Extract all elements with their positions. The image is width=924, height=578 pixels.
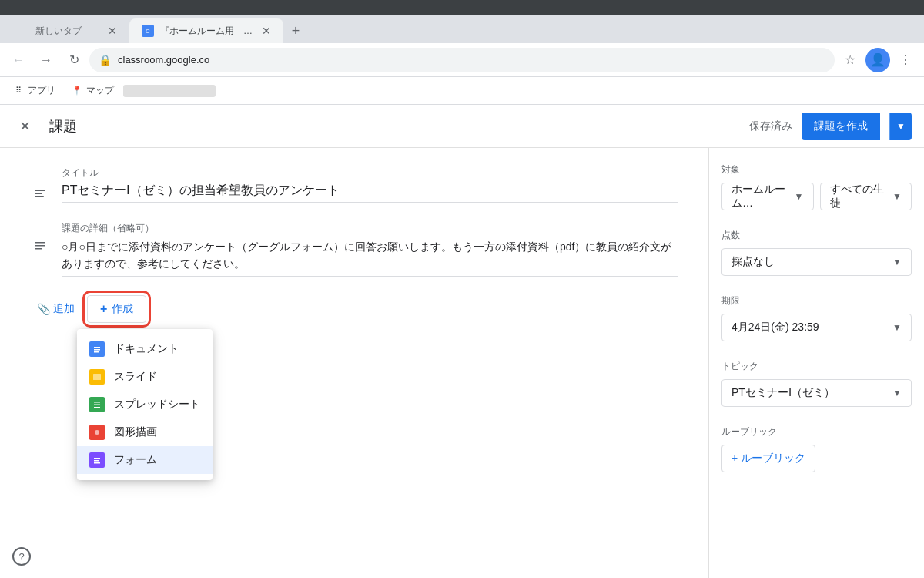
svg-rect-22: [94, 460, 99, 462]
create-dropdown-menu: ドキュメント スライド スプレッドシート: [77, 329, 213, 480]
page-title: 課題: [49, 117, 77, 136]
svg-rect-23: [94, 462, 100, 464]
create-button-label: 作成: [112, 302, 133, 316]
svg-text:C: C: [146, 28, 150, 35]
menu-item-document[interactable]: ドキュメント: [77, 335, 213, 363]
description-value[interactable]: ○月○日までに添付資料のアンケート（グーグルフォーム）に回答お願いします。もう一…: [62, 238, 678, 277]
nav-refresh-button[interactable]: ↻: [62, 48, 86, 72]
topic-section: トピック PTセミナーⅠ（ゼミ） ▼: [721, 360, 912, 407]
topic-label: トピック: [721, 360, 912, 373]
svg-rect-16: [94, 404, 100, 405]
score-label: 点数: [721, 229, 912, 242]
create-assignment-dropdown-button[interactable]: ▼: [889, 113, 912, 140]
svg-rect-21: [94, 458, 100, 459]
rubric-button[interactable]: + ルーブリック: [721, 445, 815, 472]
create-file-button[interactable]: + 作成: [87, 295, 146, 323]
tab-label-classroom: 『ホームルーム用 渡邊クラス（…: [160, 25, 256, 38]
target-students-value: すべての生徒: [830, 183, 893, 210]
menu-item-drawing[interactable]: 図形描画: [77, 418, 213, 446]
bookmark-redacted: [123, 85, 216, 97]
tab-classroom[interactable]: C 『ホームルーム用 渡邊クラス（… ✕: [129, 18, 283, 43]
nav-back-button[interactable]: ←: [6, 48, 31, 72]
menu-item-slides-label: スライド: [114, 370, 157, 384]
bookmark-apps[interactable]: ⠿ アプリ: [6, 81, 62, 100]
apps-icon: ⠿: [12, 85, 25, 97]
bookmark-btn[interactable]: ☆: [838, 48, 862, 72]
menu-item-sheets-label: スプレッドシート: [114, 398, 200, 412]
description-label: 課題の詳細（省略可）: [62, 222, 678, 235]
saved-status: 保存済み: [749, 119, 792, 133]
deadline-section: 期限 4月24日(金) 23:59 ▼: [721, 294, 912, 341]
maps-icon: 📍: [71, 85, 83, 97]
svg-rect-5: [35, 242, 45, 244]
document-icon: [89, 341, 105, 357]
menu-item-forms-label: フォーム: [114, 453, 157, 467]
menu-item-forms[interactable]: フォーム: [77, 446, 213, 474]
svg-rect-10: [94, 349, 100, 351]
menu-item-document-label: ドキュメント: [114, 342, 179, 356]
target-section: 対象 ホームルーム… ▼ すべての生徒 ▼: [721, 163, 912, 210]
target-class-value: ホームルーム…: [732, 183, 795, 210]
toolbar-left: ✕ 課題: [12, 114, 77, 139]
description-field: 課題の詳細（省略可） ○月○日までに添付資料のアンケート（グーグルフォーム）に回…: [31, 222, 678, 277]
description-icon: [31, 237, 49, 256]
svg-rect-6: [35, 245, 45, 247]
deadline-value: 4月24日(金) 23:59: [732, 321, 819, 334]
content-area: タイトル PTセミナーⅠ（ゼミ）の担当希望教員のアンケート 課題の詳細（省略可）…: [0, 148, 924, 578]
target-students-arrow: ▼: [892, 191, 902, 202]
browser-tabs: 新しいタブ ✕ C 『ホームルーム用 渡邊クラス（… ✕ +: [0, 15, 924, 43]
new-tab-button[interactable]: +: [283, 18, 308, 43]
svg-rect-17: [94, 407, 100, 408]
menu-item-sheets[interactable]: スプレッドシート: [77, 391, 213, 418]
nav-actions: ☆ 👤 ⋮: [838, 48, 918, 72]
bookmark-maps[interactable]: 📍 マップ: [65, 81, 120, 100]
paperclip-icon: 📎: [37, 303, 50, 315]
svg-rect-13: [93, 374, 101, 380]
menu-btn[interactable]: ⋮: [893, 48, 918, 72]
title-field-content: タイトル PTセミナーⅠ（ゼミ）の担当希望教員のアンケート: [62, 166, 678, 203]
lock-icon: 🔒: [99, 54, 112, 66]
target-class-select[interactable]: ホームルーム… ▼: [721, 183, 814, 210]
main-form: タイトル PTセミナーⅠ（ゼミ）の担当希望教員のアンケート 課題の詳細（省略可）…: [0, 148, 708, 578]
create-assignment-button[interactable]: 課題を作成: [802, 113, 880, 140]
score-section: 点数 採点なし ▼: [721, 229, 912, 276]
nav-forward-button[interactable]: →: [34, 48, 59, 72]
svg-rect-9: [94, 347, 100, 348]
score-arrow: ▼: [892, 257, 902, 267]
profile-btn[interactable]: 👤: [865, 48, 890, 72]
title-value[interactable]: PTセミナーⅠ（ゼミ）の担当希望教員のアンケート: [62, 183, 678, 203]
browser-titlebar: [0, 0, 924, 15]
topic-arrow: ▼: [892, 388, 902, 398]
svg-point-19: [95, 430, 99, 435]
title-icon: [31, 185, 49, 203]
svg-rect-3: [35, 193, 42, 194]
help-icon[interactable]: ?: [12, 547, 31, 566]
tab-close-classroom[interactable]: ✕: [262, 25, 271, 37]
app-toolbar: ✕ 課題 保存済み 課題を作成 ▼: [0, 105, 924, 148]
svg-rect-4: [35, 196, 44, 197]
topic-select[interactable]: PTセミナーⅠ（ゼミ） ▼: [721, 379, 912, 407]
deadline-select[interactable]: 4月24日(金) 23:59 ▼: [721, 314, 912, 341]
add-button-label: 追加: [53, 302, 75, 316]
tab-close-new[interactable]: ✕: [108, 25, 117, 37]
rubric-section: ルーブリック + ルーブリック: [721, 425, 912, 472]
deadline-arrow: ▼: [892, 322, 902, 333]
toolbar-right: 保存済み 課題を作成 ▼: [749, 113, 912, 140]
address-bar[interactable]: 🔒 classroom.google.co: [89, 48, 835, 72]
tab-favicon-new: [18, 25, 29, 36]
svg-rect-11: [94, 351, 99, 353]
menu-item-slides[interactable]: スライド: [77, 363, 213, 391]
app-container: ✕ 課題 保存済み 課題を作成 ▼ タイトル: [0, 105, 924, 578]
tab-newtab[interactable]: 新しいタブ ✕: [6, 18, 129, 43]
tab-label-new: 新しいタブ: [35, 25, 82, 38]
target-students-select[interactable]: すべての生徒 ▼: [820, 183, 912, 210]
score-select[interactable]: 採点なし ▼: [721, 248, 912, 276]
add-attachment-button[interactable]: 📎 追加: [31, 295, 81, 323]
topic-value: PTセミナーⅠ（ゼミ）: [732, 386, 835, 400]
target-label: 対象: [721, 163, 912, 176]
close-button[interactable]: ✕: [12, 114, 37, 139]
sidebar: 対象 ホームルーム… ▼ すべての生徒 ▼ 点数 採点なし ▼: [708, 148, 924, 578]
svg-rect-2: [35, 190, 45, 191]
address-text: classroom.google.co: [118, 54, 825, 66]
deadline-label: 期限: [721, 294, 912, 307]
